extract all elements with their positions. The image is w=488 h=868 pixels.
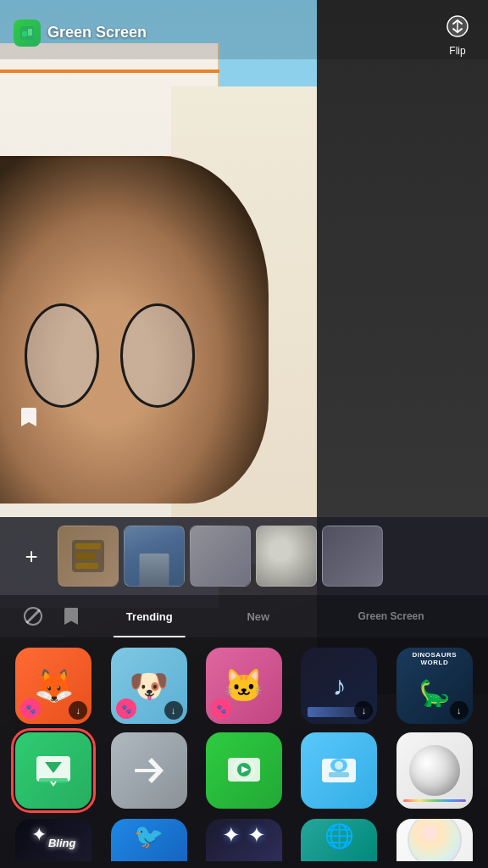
app-icon-wrapper-imgcloud[interactable] — [296, 732, 382, 809]
bookmark-icon — [14, 402, 44, 432]
flip-icon-circle — [441, 9, 474, 43]
app-icon-music[interactable]: ♪ ↓ — [301, 648, 377, 724]
new-label: New — [233, 610, 283, 623]
app-icon-dino[interactable]: DINOSAURSWORLD 🦕 ↓ — [396, 648, 473, 724]
dl-badge-2: ↓ — [164, 701, 183, 720]
green-screen-tab-label: Green Screen — [345, 610, 438, 622]
app-icon-wrapper-catar[interactable]: 🐱 🐾 — [201, 648, 287, 724]
app-icon-wrapper-petcloud[interactable]: 🐶 🐾 ↓ — [105, 648, 191, 724]
thumbnail-item-4[interactable] — [256, 526, 317, 587]
svg-rect-1 — [22, 31, 27, 36]
svg-rect-2 — [28, 29, 32, 36]
thumbnail-item-5[interactable] — [322, 526, 383, 587]
app-icon-ball[interactable] — [396, 732, 473, 809]
app-container: Green Screen Flip + — [0, 0, 488, 868]
add-background-button[interactable]: + — [10, 535, 53, 577]
thumbnail-item-3[interactable] — [190, 526, 251, 587]
paw-badge-2: 🐾 — [116, 698, 136, 719]
app-icon-catar[interactable]: 🐱 🐾 — [206, 648, 282, 724]
flip-label: Flip — [449, 45, 465, 57]
partial-app-row: ✦ Bling 🐦 ✦ ✦ 🌐 — [0, 819, 488, 868]
app-icon-wrapper-teal[interactable]: 🌐 — [296, 819, 382, 861]
tab-bar: Trending New Green Screen — [0, 595, 488, 637]
app-icon-wrapper-bling[interactable]: ✦ Bling — [10, 819, 97, 861]
bookmark-tab-icon — [63, 606, 80, 626]
svg-point-15 — [335, 761, 343, 770]
app-icon-bling-partial[interactable]: ✦ Bling — [15, 819, 92, 861]
app-icon-stars-partial[interactable]: ✦ ✦ — [206, 819, 282, 861]
app-icon-wrapper-music[interactable]: ♪ ↓ — [296, 648, 382, 724]
tab-green-screen[interactable]: Green Screen — [308, 595, 474, 637]
app-icon-rainbow-partial[interactable] — [396, 819, 473, 861]
svg-rect-7 — [39, 778, 68, 783]
app-icon-wrapper-bird[interactable]: 🐦 — [105, 819, 191, 861]
app-icon-arrow[interactable] — [111, 732, 187, 809]
app-icon-teal-partial[interactable]: 🌐 — [301, 819, 377, 861]
tab-bookmarks[interactable] — [53, 595, 90, 637]
orange-trim-1 — [0, 70, 219, 73]
app-grid: 🦊 🐾 ↓ 🐶 🐾 ↓ 🐱 🐾 — [0, 637, 488, 819]
paw-badge-1: 🐾 — [20, 698, 41, 719]
thumbnail-item-1[interactable] — [58, 526, 119, 587]
app-icon-pawcat[interactable]: 🦊 🐾 ↓ — [15, 648, 92, 724]
thumbnail-item-2[interactable] — [124, 526, 185, 587]
no-circle-icon — [24, 607, 42, 626]
dino-text: DINOSAURSWORLD — [396, 652, 473, 667]
header-right[interactable]: Flip — [441, 9, 474, 57]
app-icon-wrapper-imgdl[interactable] — [10, 732, 97, 809]
app-icon-imgdl[interactable] — [15, 732, 92, 809]
header-title: Green Screen — [47, 24, 147, 42]
bling-sparkle-icon: ✦ — [31, 824, 47, 846]
app-icon-wrapper-stars[interactable]: ✦ ✦ — [201, 819, 287, 861]
app-icon-wrapper-ball[interactable] — [391, 732, 478, 809]
app-icon-wrapper-livephoto[interactable] — [201, 732, 287, 809]
bookmark-button[interactable] — [14, 402, 44, 432]
tab-new[interactable]: New — [209, 595, 308, 637]
dl-badge-music: ↓ — [354, 701, 373, 720]
green-screen-icon — [14, 19, 41, 47]
glasses — [25, 303, 196, 408]
app-icon-wrapper-arrow[interactable] — [105, 732, 191, 809]
ball-3d — [409, 745, 460, 796]
top-header: Green Screen Flip — [0, 0, 488, 59]
app-icon-bird-partial[interactable]: 🐦 — [111, 819, 187, 861]
glass-left — [25, 303, 100, 408]
trending-label: Trending — [113, 610, 186, 623]
app-icon-imgcloud[interactable] — [301, 732, 377, 809]
bottom-panel: + — [0, 517, 488, 868]
rainbow-ball — [409, 819, 460, 861]
tab-trending[interactable]: Trending — [90, 595, 209, 637]
app-icon-wrapper-pawcat[interactable]: 🦊 🐾 ↓ — [10, 648, 97, 724]
thumbnail-strip[interactable]: + — [0, 517, 488, 595]
app-icon-livephoto[interactable] — [206, 732, 282, 809]
header-left: Green Screen — [14, 19, 147, 47]
dl-badge-1: ↓ — [69, 701, 87, 720]
app-icon-wrapper-dino[interactable]: DINOSAURSWORLD 🦕 ↓ — [391, 648, 478, 724]
dl-badge-dino: ↓ — [450, 701, 469, 720]
tab-blocked[interactable] — [14, 595, 53, 637]
app-icon-petcloud[interactable]: 🐶 🐾 ↓ — [111, 648, 187, 724]
svg-rect-14 — [329, 772, 349, 777]
app-icon-wrapper-rainbow[interactable] — [391, 819, 478, 861]
glass-right — [120, 303, 196, 408]
paw-badge-3: 🐾 — [211, 698, 231, 719]
